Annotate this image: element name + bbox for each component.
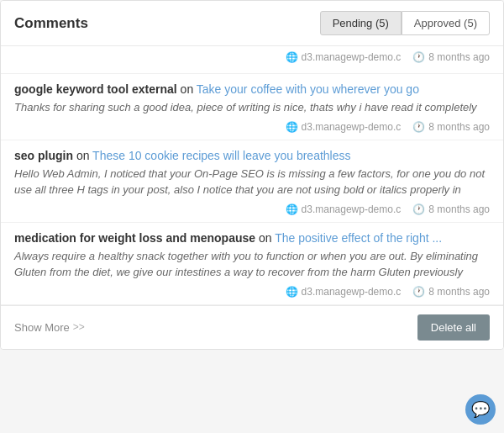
comment-author: medication for weight loss and menopause	[14, 231, 255, 245]
comment-post-link[interactable]: Take your coffee with you wherever you g…	[197, 82, 419, 96]
tab-pending[interactable]: Pending (5)	[320, 11, 402, 35]
delete-all-button[interactable]: Delete all	[417, 314, 490, 341]
comment-meta-bottom: 🌐 d3.managewp-demo.c 🕐 8 months ago	[14, 286, 490, 298]
show-more-label: Show More	[14, 321, 70, 334]
show-more-link[interactable]: Show More >>	[14, 321, 85, 334]
widget-footer: Show More >> Delete all	[1, 305, 503, 349]
chevron-right-icon: >>	[73, 321, 85, 333]
clock-icon: 🕐	[412, 286, 425, 298]
comment-site: 🌐 d3.managewp-demo.c	[286, 203, 402, 215]
list-item: medication for weight loss and menopause…	[1, 223, 503, 305]
comment-site: 🌐 d3.managewp-demo.c	[286, 286, 402, 298]
comment-text: Hello Web Admin, I noticed that your On-…	[14, 166, 490, 198]
comment-on-text: on	[259, 231, 275, 245]
comment-meta-top: 🌐 d3.managewp-demo.c 🕐 8 months ago	[14, 51, 490, 63]
comment-time: 🕐 8 months ago	[412, 121, 490, 133]
comment-time: 🕐 8 months ago	[412, 51, 490, 63]
tab-approved[interactable]: Approved (5)	[402, 11, 490, 35]
comment-text: Always require a healthy snack together …	[14, 248, 490, 281]
list-item: google keyword tool external on Take you…	[1, 74, 503, 140]
comment-post-link[interactable]: These 10 cookie recipes will leave you b…	[92, 149, 350, 162]
comments-widget: Comments Pending (5) Approved (5) 🌐 d3.m…	[0, 0, 504, 350]
comment-time: 🕐 8 months ago	[412, 286, 490, 298]
comment-author-line: medication for weight loss and menopause…	[14, 231, 490, 245]
globe-icon: 🌐	[286, 203, 298, 215]
comment-on-text: on	[76, 149, 92, 162]
tab-group: Pending (5) Approved (5)	[320, 11, 490, 35]
comment-meta-bottom: 🌐 d3.managewp-demo.c 🕐 8 months ago	[14, 121, 490, 133]
comment-author-line: seo plugin on These 10 cookie recipes wi…	[14, 149, 490, 162]
globe-icon: 🌐	[286, 121, 298, 133]
comment-text: Thanks for sharing such a good idea, pie…	[14, 99, 490, 116]
comment-meta-bottom: 🌐 d3.managewp-demo.c 🕐 8 months ago	[14, 203, 490, 215]
clock-icon: 🕐	[412, 51, 425, 63]
comment-site: 🌐 d3.managewp-demo.c	[286, 51, 402, 63]
clock-icon: 🕐	[412, 121, 425, 133]
comment-author: seo plugin	[14, 149, 73, 162]
comment-author: google keyword tool external	[14, 82, 177, 96]
comment-author-line: google keyword tool external on Take you…	[14, 82, 490, 96]
globe-icon: 🌐	[286, 286, 298, 298]
comment-site: 🌐 d3.managewp-demo.c	[286, 121, 402, 133]
clock-icon: 🕐	[412, 203, 425, 215]
list-item: 🌐 d3.managewp-demo.c 🕐 8 months ago	[1, 46, 503, 74]
globe-icon: 🌐	[286, 51, 298, 63]
comment-on-text: on	[181, 82, 197, 96]
widget-header: Comments Pending (5) Approved (5)	[1, 1, 503, 46]
widget-title: Comments	[14, 15, 88, 32]
list-item: seo plugin on These 10 cookie recipes wi…	[1, 140, 503, 223]
comment-time: 🕐 8 months ago	[412, 203, 490, 215]
chat-bubble-icon[interactable]: 💬	[465, 394, 496, 425]
comment-post-link[interactable]: The positive effect of the right ...	[275, 231, 442, 245]
